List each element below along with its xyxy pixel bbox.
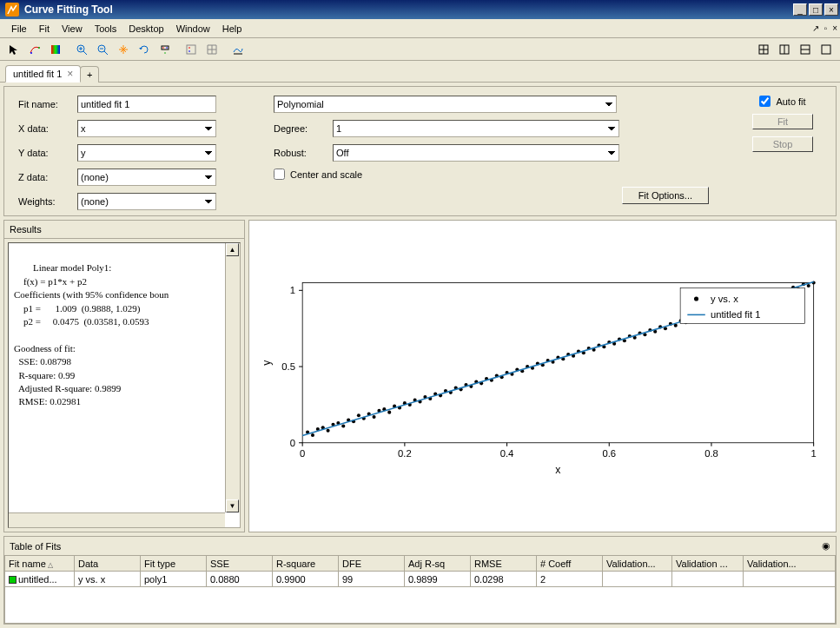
svg-point-0 [30,52,32,54]
tab-bar: untitled fit 1 × + [0,61,840,83]
svg-point-13 [164,52,166,54]
fit-button[interactable]: Fit [752,114,813,129]
svg-line-4 [83,51,87,55]
col-data[interactable]: Data [75,556,141,572]
col-val3[interactable]: Validation... [744,556,836,572]
svg-point-1 [38,47,40,49]
tab-add-button[interactable]: + [80,66,99,83]
dock-close-icon[interactable]: × [830,23,840,33]
menu-help[interactable]: Help [216,22,248,36]
svg-text:y: y [261,360,273,366]
menu-tools[interactable]: Tools [89,22,123,36]
layout-1x2-icon[interactable] [796,40,815,59]
autofit-checkbox[interactable] [759,96,771,107]
col-r2[interactable]: R-square [273,556,339,572]
svg-text:1: 1 [290,285,295,295]
maximize-button[interactable]: □ [809,3,823,16]
fit-color-swatch [9,576,17,584]
menu-view[interactable]: View [56,22,89,36]
tool-colorbar-icon[interactable] [46,40,65,59]
col-rmse[interactable]: RMSE [471,556,537,572]
config-panel: Fit name: X data: x Y data: y Z data: (n… [3,86,837,216]
dock-restore-icon[interactable]: ↗ [810,23,822,33]
app-icon [5,3,19,17]
col-fitname[interactable]: Fit name△ [5,556,75,572]
layout-1x1-icon[interactable] [754,40,773,59]
ydata-select[interactable]: y [77,144,216,162]
centerscale-checkbox[interactable] [274,169,285,180]
centerscale-label: Center and scale [290,169,362,180]
tool-grid-icon[interactable] [202,40,222,59]
minimize-button[interactable]: _ [793,3,807,16]
tool-brush-icon[interactable] [25,40,44,59]
svg-text:0: 0 [300,448,305,459]
fits-collapse-icon[interactable]: ◉ [822,540,830,552]
svg-point-57 [357,413,360,417]
col-sse[interactable]: SSE [207,556,273,572]
content-area: Fit name: X data: x Y data: y Z data: (n… [0,83,840,628]
tool-zoomin-icon[interactable] [72,40,91,59]
svg-rect-2 [51,45,60,54]
layout-single-icon[interactable] [817,40,836,59]
col-val2[interactable]: Validation ... [672,556,744,572]
zdata-select[interactable]: (none) [77,169,216,186]
stop-button[interactable]: Stop [752,136,813,152]
fitoptions-button[interactable]: Fit Options... [622,187,709,204]
tool-datatip-icon[interactable] [155,40,175,59]
results-hscroll[interactable]: ◀ ▶ [9,512,225,527]
close-button[interactable]: × [824,3,838,16]
results-head: Results [4,221,244,239]
fittype-select[interactable]: Polynomial [274,96,617,113]
col-val1[interactable]: Validation... [603,556,672,572]
scroll-down-icon[interactable]: ▼ [226,499,239,512]
tab-fit1[interactable]: untitled fit 1 × [5,65,81,83]
layout-2x1-icon[interactable] [775,40,794,59]
robust-select[interactable]: Off [333,144,619,162]
svg-point-54 [341,424,345,427]
svg-point-60 [373,415,376,419]
menu-desktop[interactable]: Desktop [122,22,169,36]
autofit-label: Auto fit [776,96,805,107]
plot-area[interactable]: 00.20.40.60.8100.51xyy vs. xuntitled fit… [258,229,827,523]
col-ncoeff[interactable]: # Coeff [537,556,603,572]
menu-file[interactable]: File [5,22,33,36]
fitname-input[interactable] [77,96,216,113]
tool-legend-icon[interactable] [182,40,201,59]
col-fittype[interactable]: Fit type [141,556,207,572]
tool-pan-icon[interactable] [114,40,133,59]
robust-label: Robust: [274,148,327,158]
degree-select[interactable]: 1 [333,120,619,137]
svg-rect-25 [822,45,830,54]
svg-point-63 [387,411,391,414]
mid-panel: Results Linear model Poly1: f(x) = p1*x … [3,220,837,532]
weights-select[interactable]: (none) [77,193,216,210]
svg-text:untitled fit 1: untitled fit 1 [711,309,761,320]
scroll-up-icon[interactable]: ▲ [226,243,239,256]
results-vscroll[interactable]: ▲ ▼ [225,243,240,512]
plot-panel: 00.20.40.60.8100.51xyy vs. xuntitled fit… [248,220,837,532]
svg-text:0.4: 0.4 [500,448,514,459]
menu-window[interactable]: Window [170,22,216,36]
tool-cursor-icon[interactable] [4,40,23,59]
menubar: File Fit View Tools Desktop Window Help … [0,19,840,38]
menu-fit[interactable]: Fit [33,22,56,36]
col-adjr2[interactable]: Adj R-sq [405,556,471,572]
svg-point-11 [162,47,164,49]
results-text: Linear model Poly1: f(x) = p1*x + p2 Coe… [8,242,241,528]
toolbar [0,38,840,61]
tab-close-icon[interactable]: × [67,69,73,79]
tool-residuals-icon[interactable] [228,40,248,59]
tool-rotate-icon[interactable] [135,40,154,59]
col-dfe[interactable]: DFE [339,556,405,572]
degree-label: Degree: [274,123,327,134]
xdata-label: X data: [18,123,72,134]
dock-min-icon[interactable]: ▫ [822,23,830,33]
svg-line-8 [104,51,108,55]
zdata-label: Z data: [18,172,72,182]
tool-zoomout-icon[interactable] [93,40,112,59]
weights-label: Weights: [18,196,72,207]
xdata-select[interactable]: x [77,120,216,137]
svg-point-51 [327,429,330,433]
table-row[interactable]: untitled... y vs. x poly1 0.0880 0.9900 … [5,572,836,587]
svg-point-48 [311,433,314,437]
